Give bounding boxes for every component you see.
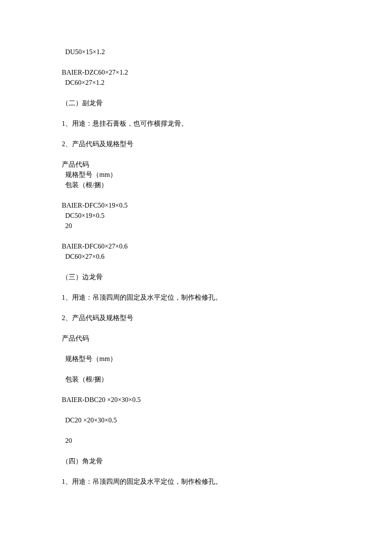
text-line: DC50×19×0.5 [62, 211, 330, 221]
text-line: 产品代码 [62, 333, 330, 344]
spacer [62, 231, 330, 241]
spacer [62, 303, 330, 313]
text-line: 产品代码 [62, 159, 330, 170]
text-line: 包装（根/捆） [62, 374, 330, 384]
spacer [62, 344, 330, 354]
text-line: BAIER-DBC20 ×20×30×0.5 [62, 395, 330, 405]
spacer [62, 57, 330, 67]
spacer [62, 425, 330, 436]
text-line: 2、产品代码及规格型号 [62, 139, 330, 149]
spacer [62, 282, 330, 292]
spacer [62, 88, 330, 98]
spacer [62, 405, 330, 415]
text-line: DC60×27×0.6 [62, 251, 330, 262]
text-line: （三）边龙骨 [62, 272, 330, 282]
spacer [62, 323, 330, 333]
text-line: 20 [62, 436, 330, 446]
text-line: 包装（根/捆） [62, 180, 330, 190]
document-body: DU50×15×1.2BAIER-DZC60×27×1.2 DC60×27×1.… [62, 47, 330, 487]
spacer [62, 446, 330, 456]
text-line: 2、产品代码及规格型号 [62, 313, 330, 323]
spacer [62, 364, 330, 374]
text-line: （二）副龙骨 [62, 98, 330, 108]
text-line: BAIER-DZC60×27×1.2 [62, 67, 330, 78]
spacer [62, 129, 330, 139]
text-line: 规格型号（mm） [62, 170, 330, 180]
spacer [62, 262, 330, 272]
text-line: （四）角龙骨 [62, 456, 330, 466]
spacer [62, 108, 330, 119]
text-line: 1、用途：悬挂石膏板，也可作横撑龙骨。 [62, 119, 330, 129]
spacer [62, 149, 330, 159]
spacer [62, 190, 330, 200]
text-line: BAIER-DFC50×19×0.5 [62, 200, 330, 211]
text-line: DU50×15×1.2 [62, 47, 330, 57]
spacer [62, 466, 330, 477]
text-line: 规格型号（mm） [62, 354, 330, 364]
text-line: 1、用途：吊顶四周的固定及水平定位，制作检修孔。 [62, 292, 330, 303]
text-line: 20 [62, 221, 330, 231]
text-line: 1、用途：吊顶四周的固定及水平定位，制作检修孔。 [62, 477, 330, 487]
text-line: DC20 ×20×30×0.5 [62, 415, 330, 425]
text-line: DC60×27×1.2 [62, 78, 330, 88]
text-line: BAIER-DFC60×27×0.6 [62, 241, 330, 251]
spacer [62, 384, 330, 395]
